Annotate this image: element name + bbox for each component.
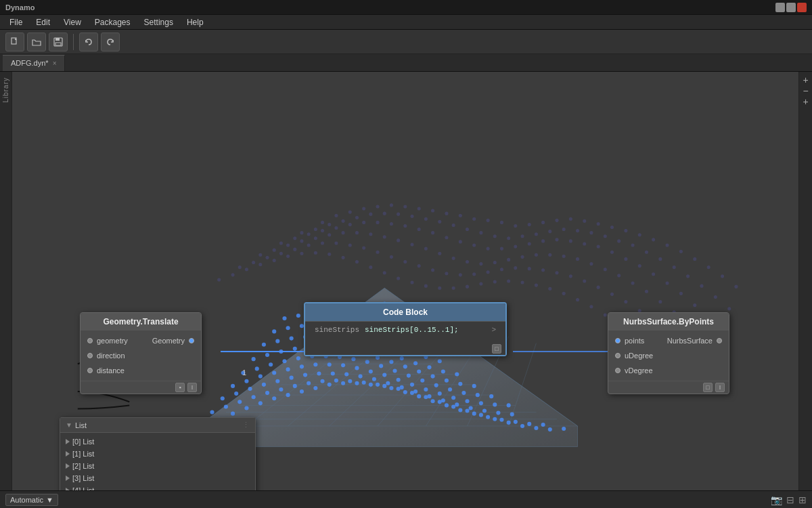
svg-point-326 xyxy=(476,393,480,397)
port-distance-in[interactable] xyxy=(87,368,93,373)
svg-point-107 xyxy=(555,238,558,241)
code-block-content[interactable]: sineStrips sineStrips[0..15..1]; > xyxy=(305,321,505,343)
layout-icon[interactable]: ⊟ xyxy=(786,494,794,505)
svg-point-339 xyxy=(403,364,407,368)
svg-point-304 xyxy=(451,396,455,400)
svg-point-301 xyxy=(410,383,414,387)
svg-point-268 xyxy=(248,387,252,391)
svg-point-267 xyxy=(234,391,238,396)
menu-view[interactable]: View xyxy=(57,16,88,28)
geom-icon-1[interactable]: ▪ xyxy=(175,383,185,392)
svg-point-306 xyxy=(479,401,483,405)
svg-point-72 xyxy=(535,232,538,236)
svg-point-110 xyxy=(597,245,600,249)
port-direction-in[interactable] xyxy=(87,353,93,358)
fit-view-button[interactable]: + xyxy=(801,96,811,106)
svg-point-146 xyxy=(631,282,635,285)
list-expand-0[interactable] xyxy=(66,439,70,444)
svg-point-132 xyxy=(438,252,441,255)
svg-point-59 xyxy=(355,216,359,219)
svg-point-50 xyxy=(679,250,683,253)
svg-point-172 xyxy=(528,267,531,270)
svg-point-233 xyxy=(465,409,469,413)
menu-edit[interactable]: Edit xyxy=(29,16,57,28)
nurbs-footer: □ I xyxy=(608,381,729,394)
open-button[interactable] xyxy=(27,33,46,51)
svg-point-241 xyxy=(210,410,214,415)
nurbs-icon-1[interactable]: □ xyxy=(703,383,713,392)
svg-point-65 xyxy=(438,220,441,224)
svg-point-177 xyxy=(597,286,600,289)
close-button[interactable] xyxy=(797,3,807,12)
list-expand-3[interactable] xyxy=(66,475,70,481)
new-button[interactable] xyxy=(5,33,24,51)
svg-point-64 xyxy=(424,217,428,221)
svg-point-324 xyxy=(448,387,452,391)
svg-point-134 xyxy=(466,260,469,263)
menu-help[interactable]: Help xyxy=(180,16,210,28)
save-button[interactable] xyxy=(49,33,68,51)
svg-point-344 xyxy=(472,384,476,388)
tab-adfg[interactable]: ADFG.dyn* × xyxy=(3,55,65,71)
svg-point-325 xyxy=(461,391,466,395)
menu-file[interactable]: File xyxy=(3,16,29,28)
menu-packages[interactable]: Packages xyxy=(88,16,137,28)
svg-point-372 xyxy=(438,359,442,363)
svg-point-287 xyxy=(510,412,514,417)
code-block-resize[interactable]: □ xyxy=(492,344,501,354)
geom-port-direction: direction xyxy=(81,348,201,363)
run-mode-dropdown[interactable]: Automatic ▼ xyxy=(5,494,58,506)
port-vdegree-in[interactable] xyxy=(615,368,621,373)
geom-icon-2[interactable]: I xyxy=(187,383,197,392)
list-expand-1[interactable] xyxy=(66,451,70,457)
svg-point-243 xyxy=(238,400,242,404)
svg-point-297 xyxy=(355,366,359,370)
list-expand-2[interactable] xyxy=(66,463,70,469)
svg-point-244 xyxy=(252,395,256,399)
menu-settings[interactable]: Settings xyxy=(137,16,180,28)
svg-point-313 xyxy=(296,356,300,360)
port-geometry-out[interactable] xyxy=(189,338,194,343)
right-panel: + − + xyxy=(798,72,812,490)
minimize-button[interactable] xyxy=(775,3,785,12)
svg-point-121 xyxy=(286,243,290,247)
port-nurbssurface-out[interactable] xyxy=(717,338,722,343)
svg-point-92 xyxy=(348,223,352,226)
nurbs-label-points: points xyxy=(625,337,667,345)
svg-point-35 xyxy=(472,217,476,221)
run-mode-label: Automatic xyxy=(10,496,43,504)
camera-icon[interactable]: 📷 xyxy=(771,494,782,505)
port-geometry-in[interactable] xyxy=(87,338,93,343)
zoom-in-button[interactable]: + xyxy=(801,75,811,84)
svg-point-343 xyxy=(458,382,462,386)
svg-point-202 xyxy=(479,282,482,286)
svg-point-101 xyxy=(472,243,476,247)
svg-point-120 xyxy=(273,249,276,252)
svg-point-78 xyxy=(617,239,621,242)
maximize-button[interactable] xyxy=(786,3,796,12)
code-block-node[interactable]: Code Block sineStrips sineStrips[0..15..… xyxy=(304,302,507,356)
svg-point-193 xyxy=(355,260,359,263)
canvas[interactable]: 1 Geometry.Translate geometry Geometry d… xyxy=(12,72,812,490)
nurbs-surface-node[interactable]: NurbsSurface.ByPoints points NurbsSurfac… xyxy=(608,312,729,394)
code-text[interactable]: sineStrips[0..15..1]; xyxy=(365,326,486,334)
list-triangle-main[interactable]: ▼ xyxy=(66,421,72,429)
grid-icon[interactable]: ⊞ xyxy=(798,494,807,505)
svg-point-159 xyxy=(348,243,352,247)
titlebar-controls xyxy=(775,3,807,12)
svg-point-137 xyxy=(507,258,510,261)
svg-point-298 xyxy=(369,369,373,373)
geometry-translate-node[interactable]: Geometry.Translate geometry Geometry dir… xyxy=(80,312,202,394)
zoom-out-button[interactable]: − xyxy=(801,85,811,95)
svg-point-145 xyxy=(617,274,621,277)
tab-close[interactable]: × xyxy=(53,60,57,67)
svg-point-103 xyxy=(500,247,503,251)
port-points-in[interactable] xyxy=(615,338,621,343)
undo-button[interactable] xyxy=(79,33,98,51)
svg-point-98 xyxy=(431,231,434,234)
port-udegree-in[interactable] xyxy=(615,353,621,358)
svg-point-295 xyxy=(328,362,332,366)
svg-point-196 xyxy=(397,276,400,280)
redo-button[interactable] xyxy=(101,33,120,51)
nurbs-icon-2[interactable]: I xyxy=(715,383,725,392)
